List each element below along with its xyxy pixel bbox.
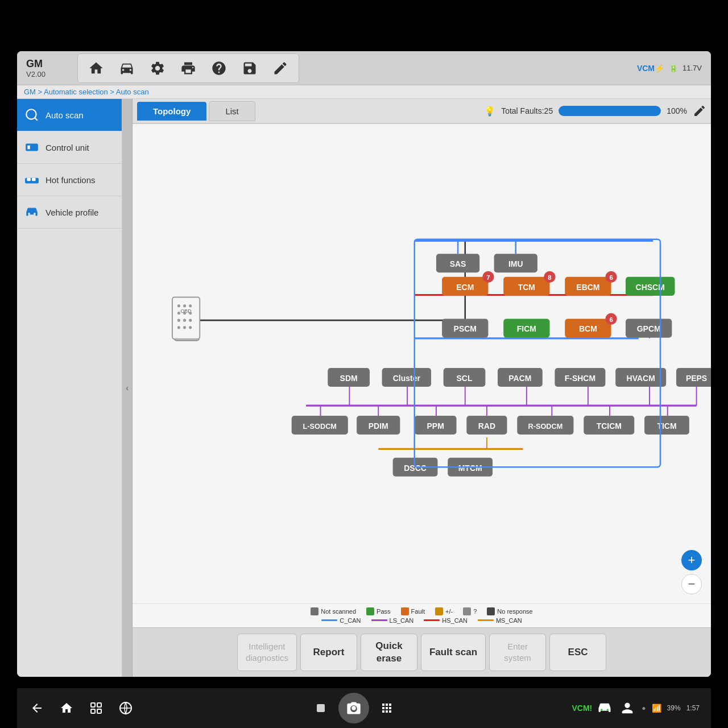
enter-system-button[interactable]: Entersystem <box>489 634 546 671</box>
wifi-icon: 📶 <box>652 704 661 713</box>
legend-line-ms-can <box>478 619 494 621</box>
tab-topology[interactable]: Topology <box>137 102 206 121</box>
legend-label-pass: Pass <box>377 608 390 615</box>
sidebar-item-vehicle-profile[interactable]: Vehicle profile <box>17 196 122 229</box>
esc-button[interactable]: ESC <box>549 634 606 671</box>
svg-text:L-SODCM: L-SODCM <box>303 422 337 431</box>
vehicle-connected-icon <box>596 700 613 717</box>
control-unit-icon <box>24 139 40 155</box>
svg-text:EBCM: EBCM <box>576 283 599 292</box>
zoom-out-button[interactable]: − <box>681 574 702 594</box>
svg-point-115 <box>183 304 186 307</box>
svg-text:IMU: IMU <box>508 259 523 268</box>
battery-dot: ● <box>642 704 646 712</box>
svg-point-7 <box>28 213 30 214</box>
svg-text:HVACM: HVACM <box>627 374 655 383</box>
save-button[interactable] <box>235 56 264 80</box>
svg-text:TCICM: TCICM <box>597 421 622 431</box>
legend-not-scanned: Not scanned <box>311 607 356 615</box>
help-button[interactable] <box>204 56 234 80</box>
topology-svg: OBD <box>133 124 711 603</box>
fault-scan-button[interactable]: Fault scan <box>421 634 486 671</box>
android-nav-bar: VCM! ● 📶 39% 1:57 <box>17 688 711 728</box>
svg-point-119 <box>189 312 192 315</box>
vcm-status-icon: VCM! <box>573 700 590 717</box>
svg-point-121 <box>183 319 186 322</box>
breadcrumb: GM > Automatic selection > Auto scan <box>17 85 711 99</box>
legend-ms-can: MS_CAN <box>478 617 522 624</box>
svg-rect-130 <box>97 709 101 713</box>
legend-label-unknown: ? <box>473 608 477 615</box>
legend-label-ls-can: LS_CAN <box>390 617 414 624</box>
print-button[interactable] <box>173 56 203 80</box>
legend-dot-unknown <box>463 607 471 615</box>
legend-dot-plus-minus <box>435 607 443 615</box>
settings-button[interactable] <box>143 56 172 80</box>
back-button[interactable] <box>28 700 46 717</box>
user-icon <box>619 700 636 717</box>
svg-point-117 <box>177 312 180 315</box>
legend-no-response: No response <box>487 607 532 615</box>
home-nav-button[interactable] <box>58 700 75 717</box>
legend-dot-fault <box>401 607 409 615</box>
sidebar-item-auto-scan[interactable]: Auto scan <box>17 99 122 131</box>
legend-dot-no-response <box>487 607 495 615</box>
vehicle-profile-icon <box>24 204 40 220</box>
svg-point-0 <box>26 109 36 119</box>
svg-text:PSCM: PSCM <box>454 324 477 333</box>
home-button[interactable] <box>81 56 111 80</box>
legend-dot-not-scanned <box>311 607 318 615</box>
svg-rect-133 <box>317 704 325 712</box>
intelligent-diagnostics-button[interactable]: Intelligentdiagnostics <box>237 634 297 671</box>
legend-label-not-scanned: Not scanned <box>321 608 356 615</box>
svg-point-8 <box>34 213 35 214</box>
svg-text:FICM: FICM <box>517 324 536 333</box>
edit-button[interactable] <box>266 56 295 80</box>
report-button[interactable]: Report <box>300 634 357 671</box>
battery-voltage: 11.7V <box>682 64 702 72</box>
topology-canvas: OBD <box>133 124 711 603</box>
sidebar-item-hot-functions[interactable]: Hot functions <box>17 164 122 196</box>
legend-row-1: Not scanned Pass Fault +/- <box>311 607 532 615</box>
legend-unknown: ? <box>463 607 477 615</box>
svg-text:6: 6 <box>609 274 613 281</box>
tab-list[interactable]: List <box>209 101 255 121</box>
browser-button[interactable] <box>117 700 134 717</box>
legend-label-fault: Fault <box>411 608 425 615</box>
system-time: 1:57 <box>686 704 700 712</box>
vcm-badge: VCM⚡ <box>637 64 664 73</box>
svg-text:PDIM: PDIM <box>369 421 388 431</box>
svg-point-118 <box>183 312 186 315</box>
svg-text:PACM: PACM <box>508 374 531 383</box>
svg-point-135 <box>607 709 609 711</box>
edit-report-icon[interactable] <box>693 104 706 118</box>
vcm-label: VCM! <box>572 704 592 713</box>
svg-text:6: 6 <box>609 316 613 323</box>
recents-button[interactable] <box>88 700 105 717</box>
sidebar-item-control-unit[interactable]: Control unit <box>17 131 122 164</box>
svg-rect-127 <box>91 703 95 707</box>
legend-c-can: C_CAN <box>321 617 361 624</box>
screen-brightness-button[interactable] <box>312 700 329 717</box>
toolbar: GM V2.00 <box>17 51 711 85</box>
svg-rect-6 <box>32 178 36 181</box>
progress-bar <box>559 106 661 116</box>
svg-text:PEPS: PEPS <box>686 374 707 383</box>
svg-text:R-SODCM: R-SODCM <box>528 422 563 431</box>
car-scan-button[interactable] <box>112 56 142 80</box>
apps-button[interactable] <box>378 700 395 717</box>
brand-name: GM <box>26 58 72 70</box>
brand-version: V2.00 <box>26 70 72 78</box>
svg-text:SCL: SCL <box>457 374 473 383</box>
camera-button[interactable] <box>338 693 369 723</box>
brand-info: GM V2.00 <box>26 58 72 78</box>
svg-text:F-SHCM: F-SHCM <box>565 374 595 383</box>
quick-erase-button[interactable]: Quickerase <box>361 634 417 671</box>
tabs-bar: Topology List 💡 Total Faults:25 100% <box>133 99 711 124</box>
svg-text:Cluster: Cluster <box>393 374 421 383</box>
vehicle-profile-label: Vehicle profile <box>46 208 98 217</box>
zoom-in-button[interactable]: + <box>681 550 702 570</box>
sidebar-collapse-button[interactable]: ‹ <box>122 99 133 677</box>
svg-line-1 <box>35 118 38 121</box>
progress-bar-fill <box>559 106 661 116</box>
